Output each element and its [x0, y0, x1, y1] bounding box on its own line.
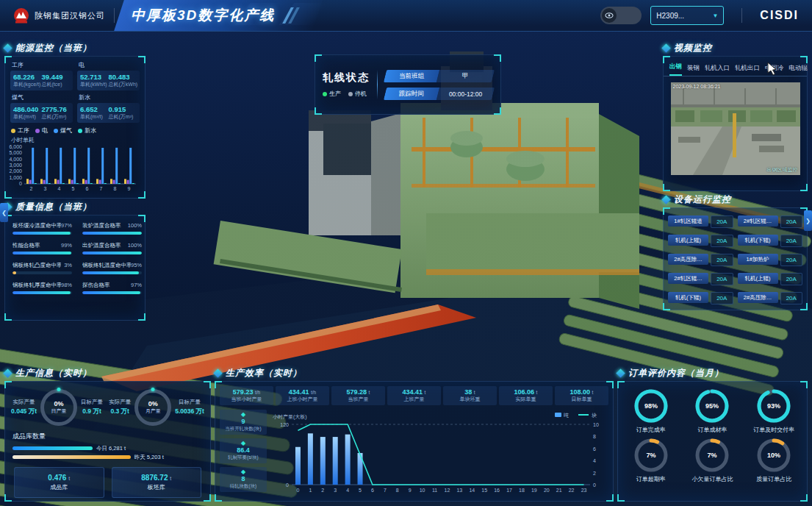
energy-group-values: 52.713单耗(kWh/t)80.483总耗(万kWh)	[77, 71, 140, 90]
energy-group: 工序68.226单耗(kgce/t)39.449总耗(tce)	[10, 61, 73, 90]
company-name: 陕钢集团汉钢公司	[35, 10, 105, 21]
video-tab-轧机入口[interactable]: 轧机入口	[705, 64, 730, 76]
svg-text:2: 2	[321, 488, 324, 493]
energy-metric-label: 单耗(m³/t)	[80, 113, 109, 121]
energy-metric-label: 总耗(tce)	[42, 81, 71, 88]
cctv-timestamp: 2023-09-12 08:36:21	[673, 84, 721, 89]
efficiency-stat: 579.23 t/h当班小时产量	[220, 386, 273, 405]
energy-group-values: 486.040单耗(m³/t)2775.76总耗(万m³)	[10, 103, 73, 123]
cctv-frame	[671, 82, 800, 175]
actual-output-value: 0.045 万t	[11, 407, 37, 416]
equipment-label: 1#加热炉	[738, 254, 778, 265]
divider	[114, 8, 115, 23]
video-feed[interactable]: 2023-09-12 08:36:21 出钢区域监控	[671, 82, 800, 175]
energy-metric-label: 单耗(m³/t)	[13, 113, 42, 121]
store-label: 成品库	[50, 483, 68, 491]
efficiency-panel: 579.23 t/h当班小时产量434.41 t/h上班小时产量579.28 t…	[215, 381, 614, 502]
svg-text:95%: 95%	[705, 402, 719, 410]
energy-group-values: 68.226单耗(kgce/t)39.449总耗(tce)	[10, 71, 73, 90]
energy-group: 煤气486.040单耗(m³/t)2775.76总耗(万m³)	[10, 93, 73, 123]
gauge-percent: 0%	[54, 400, 64, 407]
svg-text:15: 15	[481, 488, 487, 493]
status-badge: 跟踪时间00:00-12:00	[384, 88, 495, 100]
svg-text:18: 18	[519, 488, 525, 493]
video-tabs: 出钢装钢轧机入口轧机出口中间冷电动辊	[664, 57, 807, 76]
svg-text:3: 3	[44, 186, 47, 191]
left-collapse-handle[interactable]: ❮	[0, 203, 8, 222]
efficiency-stat: 106.06 t实际单重	[499, 386, 553, 405]
svg-text:20: 20	[544, 488, 550, 493]
svg-text:6,000: 6,000	[9, 144, 22, 149]
line-legend-item: 生产	[323, 90, 341, 98]
equipment-label: 轧机(上辊)	[738, 273, 778, 284]
production-panel-header: 生产信息（实时）	[4, 366, 211, 380]
svg-text:22: 22	[569, 488, 575, 493]
svg-text:23: 23	[581, 488, 587, 493]
energy-panel-title: 能源监控（当班）	[15, 42, 92, 54]
stock-bar-fill	[12, 446, 93, 450]
energy-panel-header: 能源监控（当班）	[4, 41, 145, 54]
corner-accent	[663, 303, 670, 310]
svg-text:1,000: 1,000	[9, 175, 22, 180]
production-panel: 实际产量0.045 万t0%日产量目标产量0.9 万t实际产量0.3 万t0%月…	[4, 381, 211, 502]
video-tab-出钢[interactable]: 出钢	[669, 63, 682, 76]
store-box-板坯库: 8876.72 t板坯库	[112, 467, 202, 498]
order-donut-label: 质量订单占比	[756, 475, 791, 483]
energy-panel: 工序68.226单耗(kgce/t)39.449总耗(tce)电52.713单耗…	[4, 56, 145, 199]
quality-item-label: 性能合格率	[12, 242, 40, 249]
efficiency-stat: 434.41 t/h上班小时产量	[276, 386, 329, 405]
quality-item-label: 钢板终轧温度命中率	[82, 262, 131, 269]
efficiency-stat-value: 579.28 t	[333, 388, 384, 396]
efficiency-stat-value: 106.06 t	[500, 388, 551, 396]
energy-group-name: 工序	[12, 61, 73, 69]
legend-item: 工序	[11, 126, 29, 135]
status-dot	[323, 92, 327, 96]
energy-group-name: 电	[79, 61, 140, 69]
quality-item-value: 97%	[61, 222, 72, 229]
legend-label: 电	[42, 126, 48, 135]
corner-accent	[494, 107, 501, 115]
order-donut-chart: 95%	[694, 388, 730, 424]
top-bar: 陕钢集团汉钢公司 中厚板3D数字化产线 H2309... ▼ CISDI	[0, 0, 812, 32]
energy-metric: 2775.76总耗(万m³)	[42, 105, 71, 121]
status-badge-value: 甲	[436, 70, 495, 82]
svg-text:120: 120	[280, 422, 289, 427]
campaign-select[interactable]: H2309... ▼	[650, 6, 724, 25]
production-gauges: 实际产量0.045 万t0%日产量目标产量0.9 万t实际产量0.3 万t0%月…	[5, 382, 210, 429]
svg-text:4: 4	[346, 488, 349, 493]
quality-item-top: 钢板终轧温度命中率95%	[82, 262, 142, 269]
status-dot	[348, 92, 353, 96]
svg-text:6: 6	[371, 488, 374, 493]
equipment-item: 轧机(上辊)20A	[668, 235, 733, 247]
equipment-panel-title: 设备运行监控	[674, 193, 731, 206]
label-text: 当前班组	[399, 71, 424, 80]
video-tab-轧机出口[interactable]: 轧机出口	[735, 64, 760, 76]
svg-text:21: 21	[556, 488, 562, 493]
page-title-wrap: 中厚板3D数字化产线	[123, 0, 295, 31]
stock-title: 成品库数量	[5, 429, 210, 443]
efficiency-stat-label: 单块坯重	[445, 396, 495, 403]
quality-item-top: 装炉温度合格率100%	[82, 222, 142, 229]
equipment-current-value: 20A	[780, 273, 803, 285]
visibility-toggle[interactable]	[600, 7, 642, 24]
actual-output-label: 实际产量	[109, 399, 131, 406]
efficiency-stat-value: 108.00 t	[556, 388, 607, 396]
equipment-item: 2#高压除…20A	[738, 292, 803, 304]
efficiency-stat-label: 实际单重	[500, 396, 551, 403]
quality-item-value: 95%	[131, 262, 142, 268]
legend-dot	[78, 129, 82, 133]
energy-metric-value: 2775.76	[42, 105, 71, 113]
energy-group: 新水6.652单耗(m³/t)0.915总耗(万m³)	[77, 93, 140, 123]
video-tab-装钢[interactable]: 装钢	[687, 64, 700, 76]
corner-accent	[204, 494, 211, 502]
equipment-current-value: 20A	[780, 235, 803, 247]
status-badge: 当前班组甲	[384, 70, 495, 82]
equipment-grid: 1#轧区辊道20A2#轧区辊…20A轧机(上辊)20A轧机(下辊)20A2#高压…	[664, 208, 807, 312]
quality-item: 出炉温度合格率100%	[82, 242, 142, 254]
line-legend-label: 停机	[355, 90, 367, 98]
quality-item-value: 100%	[128, 242, 142, 249]
right-collapse-handle[interactable]: ❯	[804, 210, 812, 231]
video-tab-电动辊[interactable]: 电动辊	[789, 64, 808, 76]
line-status-legend: 生产停机	[323, 90, 370, 98]
corner-accent	[138, 215, 145, 222]
